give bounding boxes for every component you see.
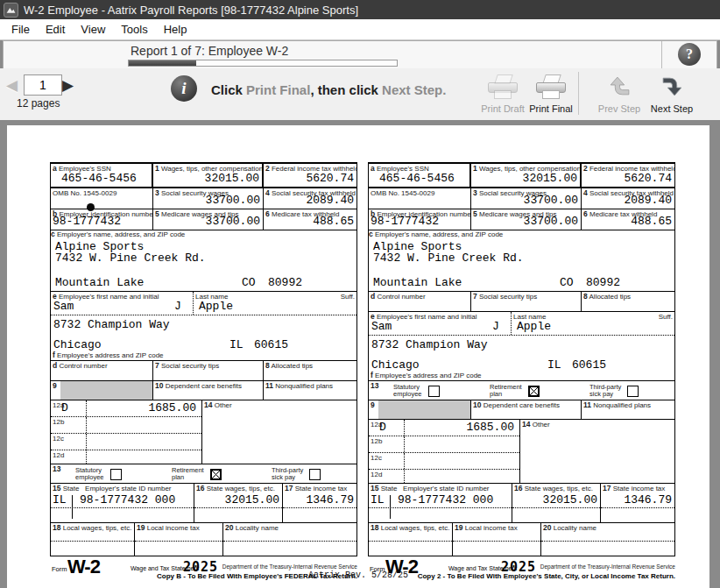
next-page-arrow-icon[interactable]: ▶ (62, 78, 74, 93)
cell-box7-ss-tips: 7 Social security tips (471, 292, 582, 311)
cell-d-control-number: d Control number (369, 292, 471, 311)
cell-box12b: 12b (369, 436, 519, 453)
block-box12: 12a D 1685.00 12b 12c 12d (51, 400, 202, 464)
box18-label: 18 Local wages, tips, etc. (53, 524, 132, 532)
ss-tax-value: 2089.40 (306, 194, 354, 207)
cell-box11-nonqualified: 11 Nonqualified plans (582, 400, 674, 419)
document-page: a Employee's SSN 465-46-5456 1 Wages, ti… (7, 125, 709, 588)
cell-box12d: 12d (51, 450, 201, 464)
state-tax-value: 1346.79 (624, 493, 672, 507)
w2-row-state: 15 State Employer's state ID number IL 9… (369, 484, 674, 523)
box7-label: 7 Social security tips (155, 362, 261, 370)
box10-label: 10 Dependent care benefits (473, 401, 579, 409)
cell-box18-local-wages: 18 Local wages, tips, etc. (51, 523, 135, 556)
cell-box20-locality: 20 Locality name (223, 523, 356, 556)
ssn-value: 465-46-5456 (379, 172, 455, 185)
federal-tax-value: 5620.74 (624, 172, 672, 185)
suffix-label: Suff. (659, 313, 673, 321)
w2-form: a Employee's SSN 465-46-5456 1 Wages, ti… (50, 162, 357, 583)
ssn-value: 465-46-5456 (61, 172, 137, 185)
menubar: File Edit View Tools Help (0, 19, 720, 40)
form-word: Form (52, 565, 67, 573)
box17-label: 17 State income tax (603, 485, 673, 492)
next-step-button[interactable]: Next Step (646, 74, 697, 114)
info-icon: i (171, 75, 197, 102)
w2-row-omb-ss: OMB No. 1545-0029 3 Social security wage… (369, 188, 674, 209)
cell-last-name: Last name Apple Suff. (512, 312, 674, 335)
employee-street-value: 8732 Champion Way (371, 338, 488, 351)
print-draft-button[interactable]: Print Draft (478, 74, 527, 114)
box11-label: 11 Nonqualified plans (265, 382, 355, 390)
third-party-sick-pay-group: Third-partysick pay (589, 384, 639, 398)
cell-e-first-name: e Employee's first name and initial Sam … (369, 312, 512, 335)
box8-label: 8 Allocated tips (583, 293, 673, 301)
box12c-label: 12c (53, 435, 64, 443)
cell-a-ssn: a Employee's SSN 465-46-5456 (51, 164, 153, 187)
statutory-employee-group: Statutoryemployee (75, 467, 122, 481)
employee-zip-value: 60615 (572, 358, 606, 372)
prev-step-button[interactable]: Prev Step (594, 74, 645, 114)
menu-view[interactable]: View (73, 21, 113, 38)
third-party-sick-pay-group: Third-partysick pay (272, 467, 321, 481)
employer-address-label: c Employer's name, address, and ZIP code (51, 230, 356, 238)
cell-e-first-name: e Employee's first name and initial Sam … (51, 292, 194, 315)
employee-zip-value: 60615 (254, 338, 288, 351)
statutory-employee-checkbox (428, 386, 440, 397)
cell-f-employee-address: 8732 Champion Way Chicago IL 60615 f Emp… (51, 315, 356, 361)
box20-label: 20 Locality name (543, 524, 673, 532)
medicare-wages-value: 33700.00 (524, 215, 578, 228)
page-number-input[interactable] (24, 74, 62, 96)
w2-row-state: 15 State Employer's state ID number IL 9… (51, 484, 356, 523)
cell-box12c: 12c (51, 434, 201, 450)
cell-b-ein: b Employer identification number 98-1777… (51, 209, 153, 230)
state-id-value: 98-1777432 000 (80, 493, 175, 507)
box12d-label: 12d (371, 471, 382, 478)
w2-row-local: 18 Local wages, tips, etc. 19 Local inco… (369, 523, 674, 556)
state-tax-dotted-line (601, 507, 674, 508)
box12b-label: 12b (371, 437, 382, 445)
cell-box2-federal-tax: 2 Federal income tax withheld 5620.74 (264, 164, 356, 187)
omb-label: OMB No. 1545-0029 (53, 189, 151, 197)
cell-a-ssn: a Employee's SSN 465-46-5456 (369, 164, 471, 187)
cell-f-employee-address: 8732 Champion Way Chicago IL 60615 f Emp… (369, 336, 674, 381)
box10-label: 10 Dependent care benefits (155, 382, 261, 390)
menu-tools[interactable]: Tools (113, 21, 155, 38)
help-button[interactable]: ? (678, 43, 701, 66)
w2-row-9-10-11: 9 10 Dependent care benefits 11 Nonquali… (369, 400, 674, 420)
menu-edit[interactable]: Edit (38, 21, 73, 38)
employer-state-value: CO (560, 276, 574, 289)
wages-value: 32015.00 (205, 172, 259, 185)
cell-box5-medicare-wages: 5 Medicare wages and tips 33700.00 (153, 209, 264, 230)
box19-label: 19 Local income tax (137, 524, 221, 532)
box9-shaded-area (378, 400, 470, 419)
local-tax-dotted-line (135, 541, 222, 542)
ss-tax-value: 2089.40 (624, 194, 672, 207)
prev-page-arrow-icon[interactable]: ◀ (6, 78, 18, 93)
w2-row-control-tips: d Control number 7 Social security tips … (51, 361, 356, 381)
menu-help[interactable]: Help (156, 21, 195, 38)
state-dotted-line (369, 507, 512, 508)
w2-row-ssn-wages-fed: a Employee's SSN 465-46-5456 1 Wages, ti… (369, 164, 674, 188)
box11-label: 11 Nonqualified plans (583, 401, 673, 409)
app-icon (4, 3, 18, 18)
cell-box5-medicare-wages: 5 Medicare wages and tips 33700.00 (471, 209, 582, 230)
employer-zip-value: 80992 (586, 276, 620, 289)
medicare-tax-value: 488.65 (313, 215, 354, 228)
prev-step-arrow-icon (608, 74, 632, 98)
menu-file[interactable]: File (4, 21, 38, 38)
cell-box12a: 12a D 1685.00 (369, 420, 519, 436)
w2-row-ein-medicare: b Employer identification number 98-1777… (369, 209, 674, 230)
w2-form-box: a Employee's SSN 465-46-5456 1 Wages, ti… (50, 162, 357, 556)
cell-box20-locality: 20 Locality name (541, 523, 674, 556)
ss-wages-value: 33700.00 (206, 194, 260, 207)
box13-label: 13 (53, 465, 60, 473)
cell-box10-dependent-care: 10 Dependent care benefits (471, 400, 582, 419)
cell-box2-federal-tax: 2 Federal income tax withheld 5620.74 (582, 164, 674, 187)
employee-state-value: IL (547, 358, 561, 372)
employee-street-value: 8732 Champion Way (53, 318, 170, 331)
cell-box6-medicare-tax: 6 Medicare tax withheld 488.65 (264, 209, 356, 230)
cell-box12d: 12d (369, 470, 519, 483)
mouse-cursor (87, 203, 95, 211)
toolbar-separator (578, 72, 579, 115)
print-final-button[interactable]: Print Final (529, 74, 573, 114)
